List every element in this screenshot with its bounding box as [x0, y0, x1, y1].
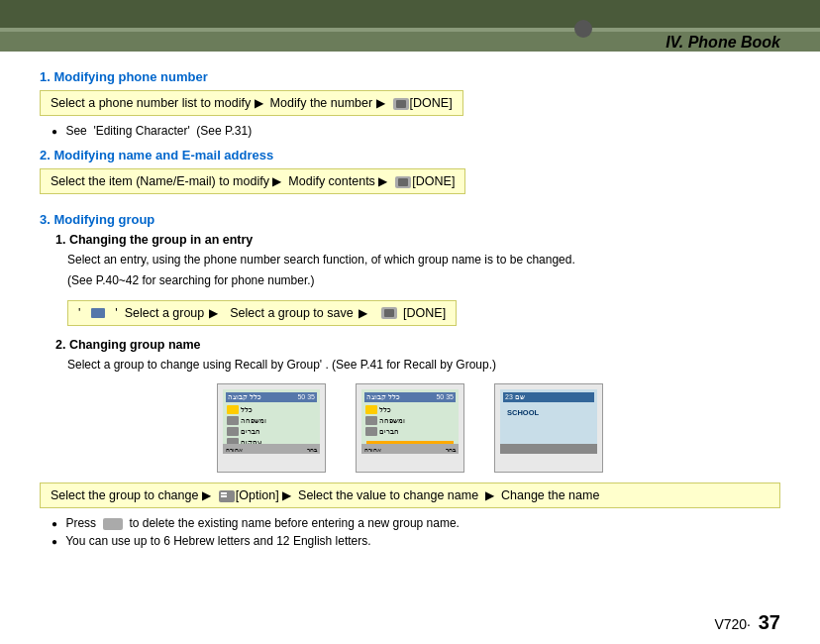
section-1-bullet: See 'Editing Character' (See P.31)	[51, 124, 780, 138]
folder-icon2-1	[365, 405, 377, 414]
phone-1-item-1: כלל	[226, 404, 317, 415]
phone-1-item-3: חברים	[226, 426, 317, 437]
subsection-1-body-2: (See P.40~42 for searching for phone num…	[67, 271, 780, 289]
phone-3-text: SCHOOL	[507, 408, 590, 417]
phone-1-bottom: אחורהבחר	[223, 444, 320, 454]
header-bar: IV. Phone Book	[0, 0, 820, 52]
group-icon	[91, 308, 105, 318]
subsection-1-body-1: Select an entry, using the phone number …	[67, 251, 780, 268]
phone-3-header: שם 23	[503, 392, 594, 402]
phone-2-item-1: כלל	[364, 404, 456, 415]
page-prefix: V720·	[714, 616, 751, 632]
section-1-instruction: Select a phone number list to modify ▶ M…	[40, 90, 463, 116]
subsection-2-body-1: Select a group to change using Recall by…	[67, 356, 780, 374]
special-instruction-box: ' ' Select a group ▶ Select a group to s…	[67, 300, 457, 326]
section-2: 2. Modifying name and E-mail address Sel…	[40, 148, 780, 202]
page-num: 37	[759, 611, 780, 633]
page-number: V720· 37	[714, 611, 780, 634]
option-icon	[219, 490, 235, 502]
phone-2-item-3: חברים	[364, 426, 456, 437]
phone-image-1: כלל קבוצה50 35 כלל ומשפחה חברים	[217, 383, 326, 473]
folder-icon-2	[227, 416, 239, 425]
phone-screen-2: כלל קבוצה50 35 כלל ומשפחה חברים עסקים	[361, 389, 459, 454]
done-icon-1	[393, 98, 409, 110]
phone-image-2: כלל קבוצה50 35 כלל ומשפחה חברים עסקים	[356, 383, 464, 473]
folder-icon2-3	[365, 427, 377, 436]
section-3: 3. Modifying group 1. Changing the group…	[40, 212, 780, 508]
phone-screen-3: שם 23 SCHOOL	[500, 389, 597, 454]
section-3-heading: 3. Modifying group	[40, 212, 780, 227]
phone-3-bottom	[500, 444, 597, 454]
page-title: IV. Phone Book	[666, 34, 780, 52]
bullet-bottom-1: Press to delete the existing name before…	[51, 516, 780, 530]
phones-row: כלל קבוצה50 35 כלל ומשפחה חברים	[40, 383, 780, 473]
delete-key-icon	[103, 518, 123, 530]
section-1-heading: 1. Modifying phone number	[40, 69, 780, 84]
section-1: 1. Modifying phone number Select a phone…	[40, 69, 780, 138]
phone-screen-1: כלל קבוצה50 35 כלל ומשפחה חברים	[223, 389, 320, 454]
phone-1-item-2: ומשפחה	[226, 415, 317, 426]
folder-icon-3	[227, 427, 239, 436]
bottom-instruction-box: Select the group to change ▶ [Option] ▶ …	[40, 483, 780, 508]
header-circle	[574, 20, 592, 38]
main-content: 1. Modifying phone number Select a phone…	[40, 59, 780, 624]
folder-icon-1	[227, 405, 239, 414]
section-2-heading: 2. Modifying name and E-mail address	[40, 148, 780, 162]
phone-3-content: SCHOOL	[503, 404, 594, 421]
phone-1-header: כלל קבוצה50 35	[226, 392, 317, 402]
subsection-2-label: 2. Changing group name	[55, 338, 780, 352]
done-icon-2	[395, 176, 411, 188]
done-icon-3	[381, 307, 397, 319]
subsection-1-label: 1. Changing the group in an entry	[55, 233, 780, 247]
phone-2-bottom: אחורהבחר	[361, 444, 459, 454]
header-accent	[0, 28, 820, 32]
header-dark	[0, 0, 820, 28]
phone-2-item-2: ומשפחה	[364, 415, 456, 426]
folder-icon2-2	[365, 416, 377, 425]
phone-2-header: כלל קבוצה50 35	[364, 392, 456, 402]
section-2-instruction: Select the item (Name/E-mail) to modify …	[40, 168, 465, 194]
bullet-bottom-2: You can use up to 6 Hebrew letters and 1…	[51, 534, 780, 548]
phone-image-3: שם 23 SCHOOL	[494, 383, 603, 473]
